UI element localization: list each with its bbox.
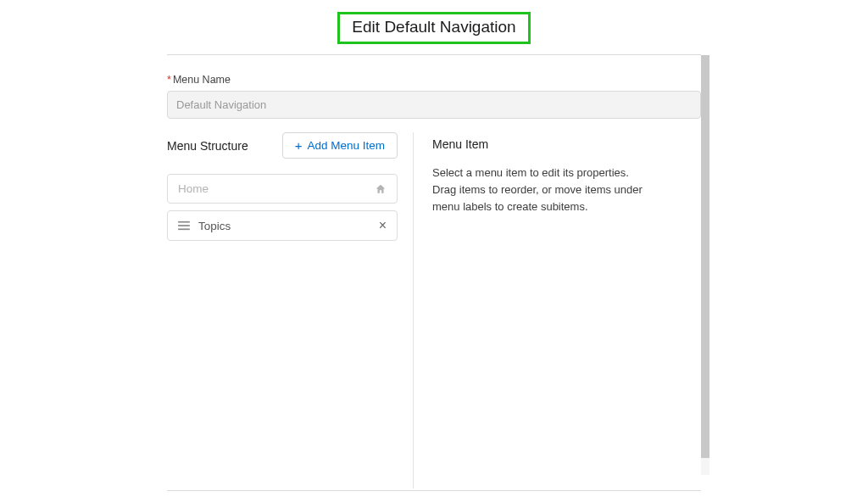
menu-item-heading: Menu Item bbox=[432, 137, 701, 151]
menu-name-label: *Menu Name bbox=[167, 74, 701, 86]
required-indicator: * bbox=[167, 74, 171, 86]
svg-rect-1 bbox=[178, 225, 190, 226]
scrollbar-thumb[interactable] bbox=[701, 55, 709, 458]
menu-structure-heading: Menu Structure bbox=[167, 139, 248, 153]
divider bbox=[167, 490, 701, 491]
dialog-title-highlight: Edit Default Navigation bbox=[337, 12, 530, 44]
menu-name-input[interactable] bbox=[167, 91, 701, 119]
dialog-title: Edit Default Navigation bbox=[352, 18, 515, 36]
menu-item-details-panel: Menu Item Select a menu item to edit its… bbox=[413, 132, 701, 489]
menu-structure-panel: Menu Structure + Add Menu Item Home bbox=[167, 132, 413, 489]
menu-item-topics[interactable]: Topics × bbox=[167, 210, 398, 241]
menu-item-label: Topics bbox=[198, 220, 231, 232]
add-menu-item-label: Add Menu Item bbox=[307, 139, 385, 152]
menu-item-label: Home bbox=[178, 182, 209, 195]
plus-icon: + bbox=[295, 139, 303, 152]
scrollbar-track[interactable] bbox=[701, 55, 709, 475]
menu-item-home[interactable]: Home bbox=[167, 174, 398, 204]
dialog-header: Edit Default Navigation bbox=[167, 0, 701, 51]
content-area: *Menu Name Menu Structure + Add Menu Ite… bbox=[167, 55, 701, 489]
add-menu-item-button[interactable]: + Add Menu Item bbox=[282, 132, 398, 159]
menu-item-help-text: Select a menu item to edit its propertie… bbox=[432, 165, 653, 215]
svg-rect-0 bbox=[178, 221, 190, 223]
drag-handle-icon[interactable] bbox=[178, 221, 190, 231]
remove-icon[interactable]: × bbox=[379, 219, 387, 232]
home-icon bbox=[375, 183, 387, 195]
svg-rect-2 bbox=[178, 228, 190, 230]
